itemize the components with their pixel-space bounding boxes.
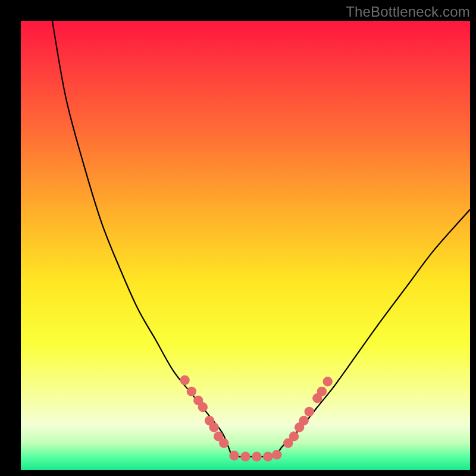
marker-dot [263,452,273,461]
marker-dot [240,452,250,461]
marker-dot [305,407,314,416]
marker-dot [323,377,333,386]
marker-dot [317,387,327,396]
marker-dot [209,422,218,432]
plot-area [21,21,470,470]
marker-dot [180,375,189,385]
marker-dot [252,452,261,461]
marker-dot [198,402,208,412]
chart-frame: TheBottleneck.com [0,0,476,476]
marker-dot [219,439,228,448]
marker-dot [299,416,308,425]
marker-dot [187,387,196,396]
marker-dot [289,431,299,441]
marker-dot [229,451,239,461]
watermark-text: TheBottleneck.com [346,4,470,20]
marker-dots-group [180,375,333,462]
bottleneck-curve [52,21,470,456]
marker-dot [272,450,281,459]
chart-svg [21,21,470,470]
